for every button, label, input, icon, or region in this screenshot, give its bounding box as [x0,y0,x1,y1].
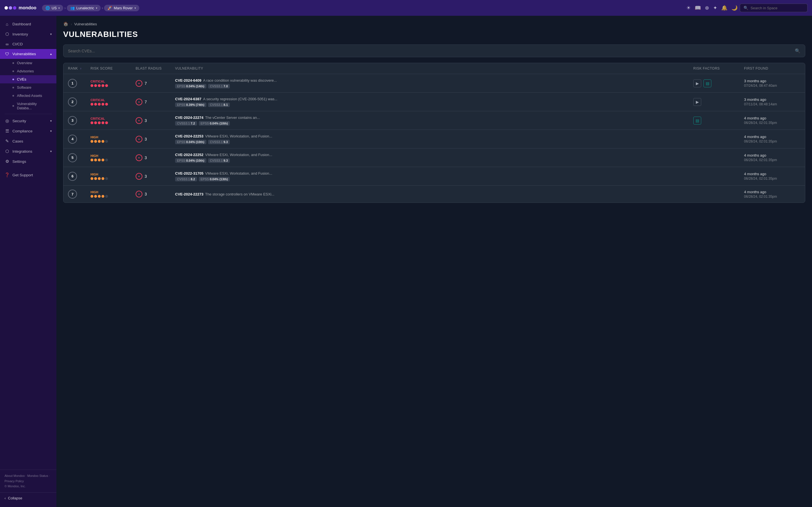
vuln-cell-7[interactable]: CVE-2024-22273The storage controllers on… [175,192,693,196]
org-selector[interactable]: 👥 Lunalectric ▾ [67,5,101,11]
col-risk-score[interactable]: Risk Score [91,66,136,70]
blast-num-7: 3 [145,192,147,196]
rank-badge-5: 5 [68,153,77,162]
search-icon: 🔍 [744,6,748,10]
col-risk-factors[interactable]: Risk Factors [693,66,744,70]
vuln-cell-3[interactable]: CVE-2024-22274The vCenter Server contain… [175,115,693,126]
dot [105,177,108,180]
sidebar-item-integrations[interactable]: ⬡ Integrations ▾ [0,146,56,156]
theme-toggle[interactable]: 🌙 [731,5,738,11]
book-icon[interactable]: 📖 [695,5,701,11]
vuln-cell-4[interactable]: CVE-2024-22253VMware ESXi, Workstation, … [175,134,693,144]
blast-cell-2: ● 7 [136,99,175,105]
vuln-cell-6[interactable]: CVE-2022-31705VMware ESXi, Workstation, … [175,171,693,181]
cve-search-input[interactable] [68,49,792,53]
collapse-button[interactable]: ‹ Collapse [0,492,56,504]
sidebar-sub-cves[interactable]: CVEs [0,75,56,83]
sidebar-item-cicd[interactable]: ∞ CI/CD [0,39,56,49]
sun-icon[interactable]: ☀ [686,5,691,11]
dot [94,84,97,87]
sidebar-sub-label-overview: Overview [17,61,32,65]
table-row[interactable]: 1 CRITICAL ● 7 CVE- [63,74,805,93]
org-chevron: ▾ [96,6,97,10]
col-first-found[interactable]: First Found [744,66,801,70]
rf-terminal-icon[interactable]: ▤ [693,117,701,124]
search-box[interactable]: 🔍 [740,4,808,12]
risk-label-7: HIGH [91,190,136,194]
table-row[interactable]: 3 CRITICAL ● 3 CVE- [63,111,805,130]
breadcrumb-sep: › [71,22,72,26]
table-row[interactable]: 7 HIGH ● 3 CVE-2024 [63,186,805,203]
rf-play-icon[interactable]: ▶ [693,79,701,87]
sidebar-item-settings[interactable]: ⚙ Settings [0,156,56,166]
cve-desc-3: The vCenter Server contains an... [205,115,260,120]
rf-play-icon[interactable]: ▶ [693,98,701,106]
risk-factors-cell-2: ▶ [693,98,744,106]
rank-cell-2: 2 [68,98,91,107]
sidebar-item-cases[interactable]: ✎ Cases [0,136,56,146]
sidebar-label-get-support: Get Support [12,173,33,177]
settings-icon: ⚙ [4,159,10,164]
first-found-cell-7: 4 months ago 06/28/24, 02:01:35pm [744,190,801,199]
ff-date-2: 07/11/24, 08:48:14am [744,102,801,106]
rank-cell-1: 1 [68,79,91,88]
table-row[interactable]: 5 HIGH ● 3 CVE-2024 [63,149,805,167]
breadcrumb-sep-2: › [102,6,103,10]
region-chevron: ▾ [58,6,60,10]
sidebar-sub-advisories[interactable]: Advisories [0,67,56,75]
table-row[interactable]: 4 HIGH ● 3 CVE-2024 [63,130,805,149]
privacy-link[interactable]: Privacy Policy [4,478,52,484]
sidebar-item-dashboard[interactable]: ⌂ Dashboard [0,19,56,29]
sidebar-item-inventory[interactable]: ⬡ Inventory ▾ [0,29,56,39]
blast-icon-6: ● [136,173,142,180]
table-row[interactable]: 6 HIGH ● 3 CVE-2022 [63,167,805,186]
risk-label-4: HIGH [91,135,136,139]
slack-icon[interactable]: ✦ [713,5,717,11]
sidebar-sub-affected-assets[interactable]: Affected Assets [0,92,56,100]
sidebar-sub-label-advisories: Advisories [17,69,34,73]
home-icon[interactable]: 🏠 [63,21,68,26]
search-input[interactable] [751,6,804,10]
security-chevron: ▾ [50,119,52,123]
security-icon: ◎ [4,118,10,123]
col-vulnerability[interactable]: Vulnerability [175,66,693,70]
table-row[interactable]: 2 CRITICAL ● 7 CVE- [63,93,805,111]
logo-area[interactable]: mondoo [4,5,36,10]
dot [94,159,97,161]
col-rank[interactable]: Rank ↑ [68,66,91,70]
sidebar-item-security[interactable]: ◎ Security ▾ [0,116,56,126]
space-selector[interactable]: 🚀 Mars Rover ▾ [104,5,139,11]
cve-search-box[interactable]: 🔍 [63,45,805,57]
sidebar-sub-vuln-database[interactable]: Vulnerability Databa... [0,100,56,112]
cve-id-4: CVE-2024-22253 [175,134,203,138]
sidebar-item-compliance[interactable]: ☰ Compliance ▾ [0,126,56,136]
vuln-cell-5[interactable]: CVE-2024-22252VMware ESXi, Workstation, … [175,152,693,163]
sidebar-item-vulnerabilities[interactable]: 🛡 Vulnerabilities ▴ [0,49,56,59]
rf-terminal-icon[interactable]: ▤ [703,79,711,87]
sidebar-item-get-support[interactable]: ❓ Get Support [0,170,56,180]
breadcrumb-sep-1: › [64,6,66,10]
sidebar-sub-software[interactable]: Software [0,83,56,92]
first-found-cell-4: 4 months ago 06/28/24, 02:01:35pm [744,135,801,144]
vuln-cell-1[interactable]: CVE-2024-6409A race condition vulnerabil… [175,78,693,89]
sidebar-label-dashboard: Dashboard [12,22,31,26]
blast-icon-3: ● [136,117,142,124]
region-label: US [52,6,57,10]
vuln-cell-2[interactable]: CVE-2024-6387A security regression (CVE-… [175,97,693,107]
github-icon[interactable]: ⊗ [705,5,709,11]
dot [91,195,93,198]
vuln-submenu: Overview Advisories CVEs Software Affect… [0,59,56,112]
risk-label-5: HIGH [91,154,136,158]
region-selector[interactable]: 🌐 US ▾ [42,5,63,11]
blast-num-3: 3 [145,118,147,123]
ff-ago-5: 4 months ago [744,153,801,158]
about-link[interactable]: About Mondoo · Mondoo Status · [4,473,52,478]
risk-score-cell-6: HIGH [91,173,136,180]
rank-cell-7: 7 [68,189,91,199]
col-blast-radius[interactable]: Blast Radius [136,66,175,70]
bell-icon[interactable]: 🔔 [721,5,727,11]
rank-cell-3: 3 [68,116,91,125]
sidebar-sub-overview[interactable]: Overview [0,59,56,67]
vuln-tags-4: EPSS0.04% (10th) CVSS3.19.3 [175,140,693,144]
blast-icon-4: ● [136,136,142,143]
